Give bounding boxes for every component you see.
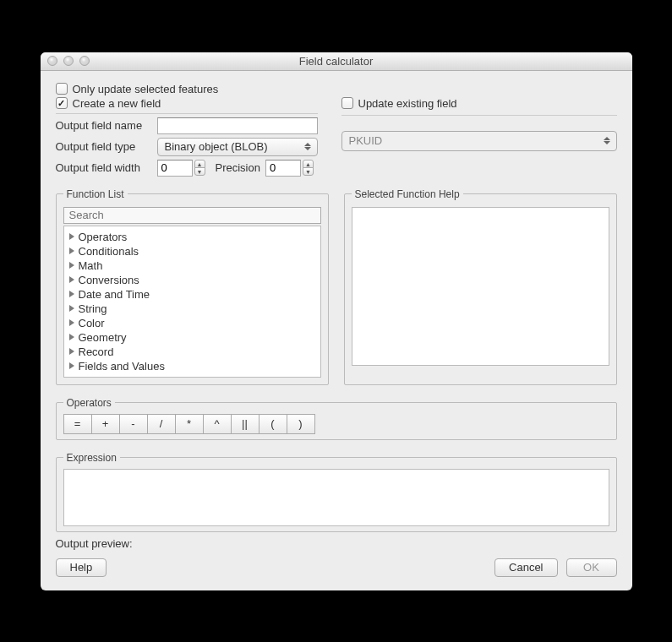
tree-label: Math — [79, 258, 103, 273]
minimize-icon[interactable] — [63, 56, 74, 66]
function-list-group: Function List Operators Conditionals Mat… — [56, 188, 329, 385]
create-field-column: Create a new field Output field name Out… — [56, 97, 318, 177]
tree-label: Geometry — [79, 330, 127, 345]
tree-label: Record — [79, 345, 114, 359]
output-field-width-input[interactable] — [157, 160, 193, 177]
only-update-selected-row: Only update selected features — [56, 83, 617, 95]
precision-label: Precision — [216, 161, 260, 174]
function-help-box — [352, 207, 609, 366]
output-field-type-label: Output field type — [56, 140, 152, 153]
update-existing-field-label: Update existing field — [358, 97, 457, 110]
disclosure-icon — [69, 362, 74, 369]
close-icon[interactable] — [47, 56, 57, 66]
op-plus-button[interactable]: + — [91, 414, 120, 434]
operators-group: Operators = + - / * ^ || ( ) — [56, 397, 617, 440]
tree-label: Conditionals — [79, 244, 139, 258]
function-list-legend: Function List — [63, 188, 128, 200]
disclosure-icon — [69, 276, 74, 283]
tree-item[interactable]: Conditionals — [66, 244, 319, 258]
op-minus-button[interactable]: - — [119, 414, 148, 434]
only-update-selected-checkbox[interactable] — [56, 83, 68, 95]
function-help-legend: Selected Function Help — [352, 188, 463, 200]
disclosure-icon — [69, 262, 74, 269]
tree-item[interactable]: Fields and Values — [66, 359, 319, 373]
op-divide-button[interactable]: / — [147, 414, 176, 434]
update-existing-field-checkbox[interactable] — [341, 97, 353, 109]
disclosure-icon — [69, 233, 74, 240]
op-power-button[interactable]: ^ — [203, 414, 232, 434]
tree-label: Conversions — [79, 273, 139, 287]
precision-spinner[interactable]: ▲▼ — [265, 160, 314, 177]
tree-label: Fields and Values — [79, 359, 165, 373]
field-calculator-window: Field calculator Only update selected fe… — [41, 52, 632, 590]
expression-group: Expression — [56, 452, 617, 532]
tree-label: String — [79, 302, 107, 316]
create-new-field-checkbox[interactable] — [56, 97, 68, 109]
op-rparen-button[interactable]: ) — [287, 414, 315, 434]
content: Only update selected features Create a n… — [41, 71, 632, 590]
disclosure-icon — [69, 248, 74, 254]
tree-label: Operators — [79, 230, 128, 244]
disclosure-icon — [69, 305, 74, 312]
window-title: Field calculator — [41, 55, 632, 68]
disclosure-icon — [69, 348, 74, 355]
cancel-button[interactable]: Cancel — [494, 558, 557, 577]
help-button[interactable]: Help — [56, 558, 107, 577]
tree-item[interactable]: Operators — [66, 230, 319, 244]
precision-input[interactable] — [265, 160, 301, 177]
only-update-selected-label: Only update selected features — [73, 83, 219, 95]
tree-item[interactable]: String — [66, 302, 319, 316]
output-field-name-label: Output field name — [56, 119, 152, 132]
op-multiply-button[interactable]: * — [175, 414, 204, 434]
zoom-icon[interactable] — [79, 56, 90, 66]
function-help-group: Selected Function Help — [344, 188, 617, 385]
existing-field-value: PKUID — [349, 134, 383, 147]
op-concat-button[interactable]: || — [231, 414, 260, 434]
disclosure-icon — [69, 334, 74, 340]
disclosure-icon — [69, 291, 74, 297]
op-lparen-button[interactable]: ( — [259, 414, 287, 434]
tree-label: Color — [79, 316, 105, 330]
chevron-down-icon[interactable]: ▼ — [194, 167, 205, 176]
tree-label: Date and Time — [79, 287, 150, 302]
function-search-input[interactable] — [63, 207, 321, 224]
existing-field-select[interactable]: PKUID — [341, 131, 617, 151]
operator-buttons: = + - / * ^ || ( ) — [63, 414, 609, 434]
tree-item[interactable]: Record — [66, 345, 319, 359]
create-new-field-label: Create a new field — [73, 97, 161, 110]
output-field-type-value: Binary object (BLOB) — [165, 140, 268, 153]
operators-legend: Operators — [63, 397, 115, 409]
disclosure-icon — [69, 319, 74, 326]
chevron-down-icon[interactable]: ▼ — [303, 167, 314, 176]
function-tree[interactable]: Operators Conditionals Math Conversions … — [63, 226, 321, 378]
op-equals-button[interactable]: = — [63, 414, 92, 434]
output-preview-label: Output preview: — [56, 537, 617, 550]
output-field-type-select[interactable]: Binary object (BLOB) — [157, 138, 318, 156]
ok-button[interactable]: OK — [566, 558, 617, 577]
tree-item[interactable]: Math — [66, 258, 319, 273]
tree-item[interactable]: Geometry — [66, 330, 319, 345]
titlebar[interactable]: Field calculator — [41, 52, 632, 71]
output-field-width-label: Output field width — [56, 161, 152, 174]
updown-icon — [302, 139, 314, 155]
window-controls — [41, 56, 90, 66]
expression-textarea[interactable] — [63, 469, 609, 526]
tree-item[interactable]: Date and Time — [66, 287, 319, 302]
tree-item[interactable]: Conversions — [66, 273, 319, 287]
tree-item[interactable]: Color — [66, 316, 319, 330]
expression-legend: Expression — [63, 452, 120, 464]
update-field-column: Update existing field PKUID — [341, 97, 617, 177]
updown-icon — [601, 132, 613, 150]
output-field-width-spinner[interactable]: ▲▼ — [157, 160, 205, 177]
output-field-name-input[interactable] — [157, 117, 318, 134]
